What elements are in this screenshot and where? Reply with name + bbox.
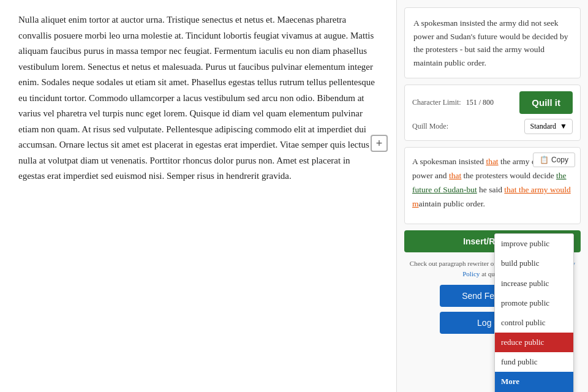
dd-item-increase[interactable]: increase public: [495, 274, 573, 293]
quote-box: A spokesman insisted the army did not se…: [404, 7, 581, 78]
right-panel: A spokesman insisted the army did not se…: [397, 0, 588, 392]
dd-item-promote[interactable]: promote public: [495, 293, 573, 313]
dd-item-fund[interactable]: fund public: [495, 352, 573, 372]
main-text: Nulla aliquet enim tortor at auctor urna…: [18, 12, 378, 184]
rewritten-prefix: A spokesman insisted: [412, 157, 486, 166]
copy-button[interactable]: 📋 Copy: [533, 153, 575, 167]
highlight-that-2[interactable]: that: [449, 171, 461, 180]
dd-item-build[interactable]: build public: [495, 254, 573, 273]
add-button[interactable]: +: [371, 135, 388, 152]
dd-item-control[interactable]: control public: [495, 313, 573, 333]
quote-text: A spokesman insisted the army did not se…: [413, 18, 568, 67]
chevron-down-icon: ▼: [560, 122, 567, 131]
copy-label: Copy: [551, 156, 568, 164]
dd-item-reduce[interactable]: reduce public: [495, 333, 573, 352]
mode-select[interactable]: Standard ▼: [524, 119, 573, 134]
dd-item-more[interactable]: More: [495, 372, 573, 391]
mode-value: Standard: [530, 122, 556, 131]
rewritten-suffix: aintain public order.: [419, 199, 485, 208]
suggestions-dropdown[interactable]: improve public build public increase pub…: [494, 233, 574, 392]
char-limit-label: Character Limit:: [412, 98, 461, 107]
left-panel: Nulla aliquet enim tortor at auctor urna…: [0, 0, 397, 392]
rewritten-box: 📋 Copy A spokesman insisted that the arm…: [404, 147, 581, 224]
quill-button[interactable]: Quill it: [519, 91, 573, 114]
copy-icon: 📋: [540, 156, 549, 164]
controls-row: Character Limit: 151 / 800 Quill it Quil…: [404, 85, 581, 141]
rewritten-m2: the protesters would decide: [461, 171, 556, 180]
quill-mode-label: Quill Mode:: [412, 122, 448, 131]
highlight-that-1[interactable]: that: [486, 157, 498, 166]
rewritten-m3: he said: [477, 185, 505, 194]
dd-item-improve[interactable]: improve public: [495, 234, 573, 254]
char-limit-value: 151 / 800: [466, 98, 494, 107]
